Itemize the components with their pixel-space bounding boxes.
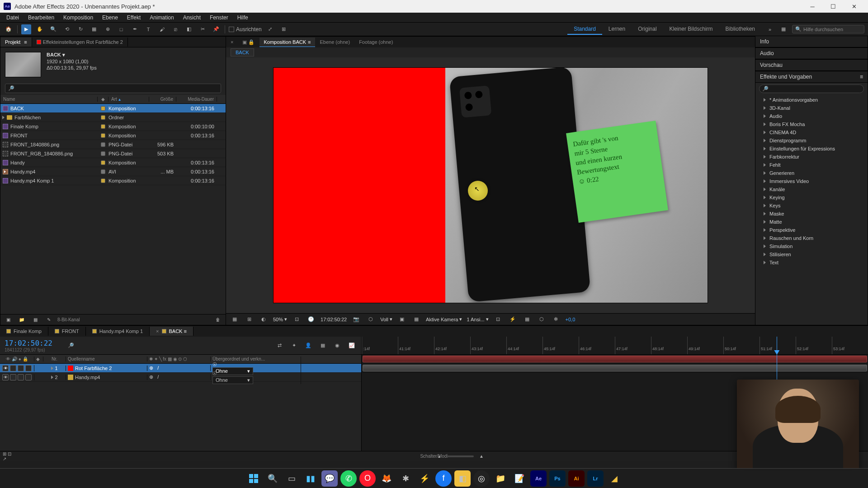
- fx-category[interactable]: CINEMA 4D: [755, 128, 868, 136]
- interpret-footage-button[interactable]: ▣: [3, 315, 13, 325]
- workspace-lernen[interactable]: Lernen: [602, 24, 632, 35]
- minimize-button[interactable]: ─: [802, 0, 823, 13]
- exposure-value[interactable]: +0,0: [566, 317, 576, 322]
- home-button[interactable]: 🏠: [4, 24, 14, 34]
- viewer-timecode[interactable]: 17:02:50:22: [321, 317, 347, 322]
- timeline-tab[interactable]: Handy.mp4 Komp 1: [86, 327, 150, 336]
- menu-ansicht[interactable]: Ansicht: [179, 13, 205, 22]
- timecode-button[interactable]: 🕐: [306, 314, 316, 324]
- snapshot-button[interactable]: 📷: [351, 314, 361, 324]
- time-ruler[interactable]: :14f41:14f42:14f43:14f44:14f45:14f46:14f…: [362, 337, 868, 355]
- name-header[interactable]: Quellenname: [66, 357, 147, 361]
- comp-mini-flowchart[interactable]: ⇄: [274, 341, 284, 351]
- exposure-reset-button[interactable]: ✻: [551, 314, 561, 324]
- views-dropdown[interactable]: 1 Ansi... ▾: [467, 316, 488, 322]
- timeline-timecode[interactable]: 17:02:50:22: [5, 339, 52, 347]
- close-button[interactable]: ✕: [844, 0, 864, 13]
- project-tab[interactable]: Projekt ≡: [0, 38, 32, 47]
- fx-category[interactable]: Perspektive: [755, 226, 868, 234]
- facebook-icon[interactable]: f: [435, 470, 452, 487]
- zoom-out-button[interactable]: ▴: [434, 451, 444, 461]
- firefox-icon[interactable]: 🦊: [378, 470, 395, 487]
- layer-clip[interactable]: [363, 365, 867, 371]
- zoom-in-button[interactable]: ▲: [476, 451, 486, 461]
- new-folder-button[interactable]: 📁: [17, 315, 27, 325]
- audio-panel-header[interactable]: Audio: [755, 48, 868, 59]
- red-solid-layer[interactable]: [274, 68, 445, 303]
- effects-panel-header[interactable]: Effekte und Vorgaben≡: [755, 71, 868, 83]
- app-icon-3[interactable]: ◢: [606, 470, 623, 487]
- orbit-tool[interactable]: ⟲: [62, 24, 72, 34]
- brush-tool[interactable]: 🖌: [157, 24, 167, 34]
- col-duration[interactable]: Media-Dauer: [176, 97, 217, 102]
- search-button[interactable]: 🔍: [264, 470, 281, 487]
- fx-category[interactable]: Immersives Video: [755, 177, 868, 185]
- info-panel-header[interactable]: Info: [755, 36, 868, 47]
- col-label[interactable]: ◆: [98, 97, 108, 102]
- menu-ebene[interactable]: Ebene: [98, 13, 123, 22]
- eraser-tool[interactable]: ◧: [184, 24, 194, 34]
- menu-bearbeiten[interactable]: Bearbeiten: [24, 13, 59, 22]
- project-search[interactable]: 🔎: [5, 84, 221, 93]
- bpc-indicator[interactable]: 8-Bit-Kanal: [57, 317, 80, 322]
- pixel-aspect-button[interactable]: ⊡: [493, 314, 503, 324]
- footage-tab[interactable]: Footage (ohne): [354, 38, 397, 47]
- fx-category[interactable]: Farbkorrektur: [755, 153, 868, 161]
- fx-category[interactable]: Generieren: [755, 169, 868, 177]
- notepad-icon[interactable]: 📝: [511, 470, 528, 487]
- comp-tab-lock[interactable]: ▣ 🔒: [238, 38, 259, 47]
- col-size[interactable]: Größe: [149, 97, 176, 102]
- hand-tool[interactable]: ✋: [35, 24, 45, 34]
- file-explorer-icon[interactable]: 📁: [492, 470, 509, 487]
- layer-clip[interactable]: [363, 356, 867, 362]
- after-effects-icon[interactable]: Ae: [530, 470, 547, 487]
- fx-category[interactable]: Audio: [755, 112, 868, 120]
- camera-dropdown[interactable]: Aktive Kamera ▾: [426, 316, 462, 322]
- obs-icon[interactable]: ◎: [473, 470, 490, 487]
- app-icon-2[interactable]: ◧: [454, 470, 471, 487]
- graph-editor-button[interactable]: 📈: [347, 341, 357, 351]
- project-row[interactable]: Farbflächen Ordner: [0, 113, 226, 122]
- comp-tab-close[interactable]: ×: [226, 38, 238, 47]
- illustrator-icon[interactable]: Ai: [568, 470, 585, 487]
- task-view-button[interactable]: ▭: [283, 470, 300, 487]
- fx-category[interactable]: Rauschen und Korn: [755, 234, 868, 242]
- start-button[interactable]: [245, 470, 262, 487]
- motion-blur-button[interactable]: ◉: [332, 341, 342, 351]
- workspace-bibliotheken[interactable]: Bibliotheken: [719, 24, 761, 35]
- workspace-standard[interactable]: Standard: [567, 24, 602, 35]
- project-row[interactable]: Handy.mp4 AVI ... MB 0:00:13:16: [0, 167, 226, 176]
- clone-tool[interactable]: ⎚: [170, 24, 180, 34]
- fx-category[interactable]: Keys: [755, 202, 868, 210]
- resolution-dropdown[interactable]: Voll ▾: [380, 316, 392, 322]
- breadcrumb-item[interactable]: BACK: [231, 48, 254, 56]
- mask-button[interactable]: ◐: [259, 314, 269, 324]
- project-row[interactable]: FRONT_RGB_1840886.png PNG-Datei 503 KB: [0, 149, 226, 158]
- col-name[interactable]: Name: [0, 97, 98, 102]
- timeline-search[interactable]: 🔎: [66, 341, 76, 351]
- selection-tool[interactable]: ▶: [21, 24, 31, 34]
- fx-category[interactable]: * Animationsvorgaben: [755, 96, 868, 104]
- fx-category[interactable]: Text: [755, 258, 868, 267]
- rotate-tool[interactable]: ↻: [75, 24, 85, 34]
- lightroom-icon[interactable]: Lr: [587, 470, 604, 487]
- workspace-kleiner bildschirm[interactable]: Kleiner Bildschirm: [663, 24, 719, 35]
- puppet-tool[interactable]: 📌: [211, 24, 221, 34]
- draft-3d-button[interactable]: ✦: [289, 341, 299, 351]
- fast-preview-button[interactable]: ⚡: [508, 314, 518, 324]
- maximize-button[interactable]: ☐: [823, 0, 844, 13]
- toggle-switches-button[interactable]: ⊞ ⊡ ↗: [3, 451, 13, 461]
- menu-animation[interactable]: Animation: [145, 13, 178, 22]
- layer-row[interactable]: 👁 1 Rot Farbfläche 2 ⊕ / ☉Ohne▾: [0, 364, 361, 373]
- explorer-button[interactable]: ▮▮: [302, 470, 319, 487]
- fx-category[interactable]: Stilisieren: [755, 250, 868, 258]
- workspace-original[interactable]: Original: [632, 24, 663, 35]
- menu-komposition[interactable]: Komposition: [59, 13, 98, 22]
- effects-search[interactable]: 🔎: [759, 84, 864, 93]
- fx-category[interactable]: Fehlt: [755, 161, 868, 169]
- timeline-tab[interactable]: FRONT: [48, 327, 86, 336]
- project-row[interactable]: Handy Komposition 0:00:13:16: [0, 158, 226, 167]
- align-checkbox[interactable]: Ausrichten: [229, 26, 262, 33]
- layer-row[interactable]: 👁 2 Handy.mp4 ⊕ / ☉Ohne▾: [0, 373, 361, 382]
- anchor-tool[interactable]: ⊕: [103, 24, 113, 34]
